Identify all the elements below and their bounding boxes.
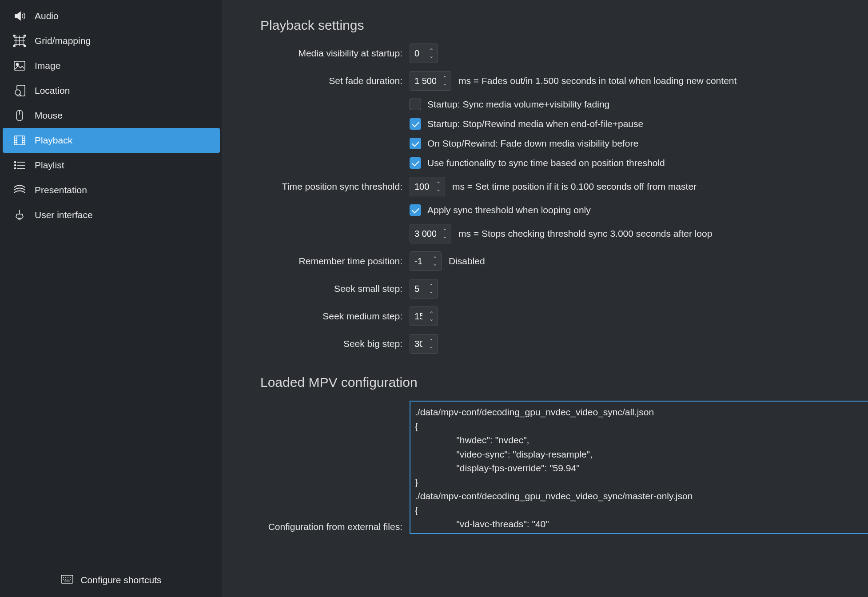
fade-before-label: On Stop/Rewind: Fade down media visibili… [427, 138, 638, 149]
seek-small-label: Seek small step: [260, 283, 402, 294]
remember-pos-spin[interactable]: ⌃ ⌄ [410, 251, 442, 271]
sidebar-item-label: Playlist [35, 160, 64, 171]
loop-stop-input[interactable] [410, 224, 440, 243]
remember-pos-suffix: Disabled [449, 256, 485, 267]
configure-shortcuts-button[interactable]: Configure shortcuts [0, 563, 223, 597]
seek-big-input[interactable] [410, 334, 427, 353]
spin-down-icon[interactable]: ⌄ [434, 187, 443, 192]
sync-threshold-label: Time position sync threshold: [260, 181, 402, 192]
media-visibility-input[interactable] [410, 44, 427, 63]
stop-rewind-label: Startup: Stop/Rewind media when end-of-f… [427, 119, 643, 129]
fade-duration-label: Set fade duration: [260, 76, 402, 86]
checkbox-icon [410, 204, 421, 216]
seek-small-input[interactable] [410, 279, 427, 298]
fade-duration-suffix: ms = Fades out/in 1.500 seconds in total… [458, 76, 737, 86]
spin-down-icon[interactable]: ⌄ [427, 316, 436, 322]
sync-threshold-spin[interactable]: ⌃ ⌄ [410, 177, 445, 196]
svg-point-3 [24, 45, 26, 47]
spin-down-icon[interactable]: ⌄ [427, 53, 436, 59]
configure-shortcuts-label: Configure shortcuts [80, 575, 161, 585]
spin-down-icon[interactable]: ⌄ [440, 81, 449, 86]
sidebar-item-label: Mouse [35, 110, 63, 121]
grid-icon [13, 35, 26, 47]
svg-rect-29 [61, 575, 73, 583]
playback-settings-heading: Playback settings [260, 18, 850, 33]
sidebar-item-playback[interactable]: Playback [3, 128, 220, 153]
sidebar-item-label: Audio [35, 11, 59, 21]
sync-threshold-input[interactable] [410, 177, 434, 196]
seek-medium-input[interactable] [410, 307, 427, 326]
svg-point-21 [15, 165, 16, 166]
seek-small-spin[interactable]: ⌃ ⌄ [410, 279, 438, 298]
sidebar-item-presentation[interactable]: Presentation [3, 178, 220, 203]
mpv-config-heading: Loaded MPV configuration [260, 375, 850, 390]
sidebar-item-playlist[interactable]: Playlist [3, 153, 220, 178]
loop-only-checkbox[interactable]: Apply sync threshold when looping only [410, 204, 850, 216]
stop-rewind-checkbox[interactable]: Startup: Stop/Rewind media when end-of-f… [410, 118, 850, 130]
film-icon [13, 134, 26, 147]
sidebar-item-label: Location [35, 85, 70, 96]
sync-fade-label: Startup: Sync media volume+visibility fa… [427, 99, 609, 110]
svg-point-22 [15, 168, 16, 169]
fade-before-checkbox[interactable]: On Stop/Rewind: Fade down media visibili… [410, 138, 850, 149]
checkbox-icon [410, 138, 421, 149]
loop-stop-suffix: ms = Stops checking threshold sync 3.000… [458, 228, 712, 239]
use-sync-label: Use functionality to sync time based on … [427, 158, 665, 168]
brush-icon [13, 209, 26, 221]
spin-down-icon[interactable]: ⌄ [427, 289, 436, 294]
mouse-icon [13, 109, 26, 122]
keyboard-icon [61, 575, 73, 585]
spin-down-icon[interactable]: ⌄ [440, 234, 449, 239]
list-icon [13, 159, 26, 171]
loop-stop-spin[interactable]: ⌃ ⌄ [410, 224, 451, 243]
presentations-icon [13, 184, 26, 196]
speaker-icon [13, 10, 26, 22]
svg-point-2 [13, 45, 15, 47]
magnifier-doc-icon [13, 84, 26, 97]
sync-fade-checkbox[interactable]: Startup: Sync media volume+visibility fa… [410, 99, 850, 110]
config-textarea[interactable] [410, 401, 868, 534]
svg-point-20 [15, 162, 16, 163]
playback-form: Media visibility at startup: ⌃ ⌄ Set fad… [260, 44, 850, 354]
checkbox-icon [410, 99, 421, 110]
sidebar: AudioGrid/mappingImageLocationMousePlayb… [0, 0, 223, 597]
spin-down-icon[interactable]: ⌄ [427, 344, 436, 349]
sidebar-item-label: Playback [35, 135, 72, 146]
fade-duration-spin[interactable]: ⌃ ⌄ [410, 71, 451, 91]
sync-threshold-suffix: ms = Set time position if it is 0.100 se… [452, 181, 697, 192]
seek-big-label: Seek big step: [260, 338, 402, 349]
fade-duration-input[interactable] [410, 72, 440, 90]
use-sync-checkbox[interactable]: Use functionality to sync time based on … [410, 157, 850, 169]
loop-only-label: Apply sync threshold when looping only [427, 205, 591, 215]
sidebar-item-mouse[interactable]: Mouse [3, 103, 220, 128]
svg-point-0 [13, 35, 15, 36]
sidebar-item-label: Image [35, 60, 60, 71]
sidebar-item-ui[interactable]: User interface [3, 203, 220, 227]
spin-down-icon[interactable]: ⌄ [430, 261, 439, 267]
media-visibility-label: Media visibility at startup: [260, 48, 402, 59]
sidebar-item-audio[interactable]: Audio [3, 4, 220, 28]
sidebar-item-label: User interface [35, 210, 93, 220]
svg-point-5 [16, 64, 19, 66]
sidebar-item-label: Grid/mapping [35, 36, 91, 46]
main-content: Playback settings Media visibility at st… [223, 0, 868, 597]
seek-medium-spin[interactable]: ⌃ ⌄ [410, 306, 438, 326]
config-files-label: Configuration from external files: [260, 521, 402, 534]
sidebar-item-label: Presentation [35, 185, 87, 195]
sidebar-item-image[interactable]: Image [3, 53, 220, 78]
seek-medium-label: Seek medium step: [260, 311, 402, 322]
remember-pos-label: Remember time position: [260, 256, 402, 267]
image-icon [13, 60, 26, 72]
remember-pos-input[interactable] [410, 252, 430, 271]
checkbox-icon [410, 118, 421, 130]
sidebar-item-location[interactable]: Location [3, 78, 220, 103]
svg-point-1 [24, 35, 26, 36]
sidebar-item-grid[interactable]: Grid/mapping [3, 28, 220, 53]
media-visibility-spin[interactable]: ⌃ ⌄ [410, 44, 438, 63]
seek-big-spin[interactable]: ⌃ ⌄ [410, 334, 438, 354]
checkbox-icon [410, 157, 421, 169]
sidebar-list: AudioGrid/mappingImageLocationMousePlayb… [0, 0, 223, 563]
